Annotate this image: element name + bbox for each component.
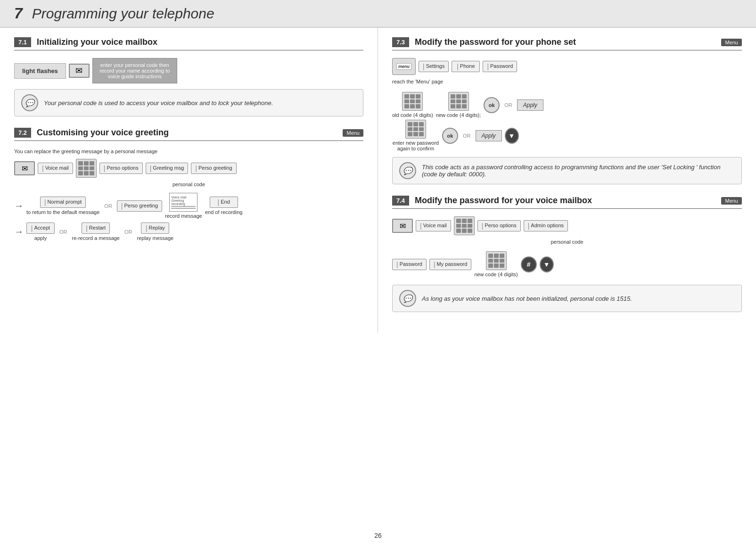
page-header: 7 Programming your telephone [0,0,756,28]
light-flash-text: light flashes [22,67,58,74]
phone-tab-box: Phone [452,61,480,72]
info-text: Your personal code is used to access you… [44,99,273,107]
password-box-74: Password [392,259,427,270]
apply-step-2: Apply [476,130,502,141]
section-73-title: Modify the password for your phone set [415,37,576,47]
replay-box: Replay [141,223,169,234]
s74-row1: ✉ Voice mail [392,216,742,235]
end-box: End [210,197,238,208]
envelope-icon-2: ✉ [14,161,35,175]
keypad-new-code [448,92,469,111]
restart-box: Restart [82,223,110,234]
personal-code-label-1: personal code [14,180,363,188]
section-73-info: 💬 This code acts as a password controlli… [392,157,742,184]
instruction-box: enter your personal code then record you… [92,58,177,83]
section-73-menu-badge: Menu [721,39,742,46]
menu-icon-step: menu [392,58,416,75]
envelope-s74: ✉ [392,219,413,233]
voice-mail-step: Voice mail [38,163,73,174]
perso-greeting-step-2: Perso greeting [117,200,162,212]
chapter-number: 7 [14,5,23,22]
ok-button-1: ok [484,97,500,113]
restart-step: Restart re-record a message [72,223,120,241]
envelope-symbol: ✉ [75,66,82,76]
section-74-header: 7.4 Modify the password for your voice m… [392,196,742,209]
ok-step-1: ok [484,97,500,113]
page-number: 26 [374,532,382,539]
step-row-3: → Accept apply OR Restart re-record a me… [14,223,363,241]
section-71-title: Initializing your voice mailbox [37,37,157,47]
replay-step: Replay replay message [137,223,174,241]
keypad-step [76,159,97,178]
or-sep-73-2: OR [463,133,471,139]
section-72-header: 7.2 Customising your voice greeting Menu [14,128,363,141]
info-icon-73: 💬 [399,162,416,179]
envelope-step: ✉ [14,161,35,175]
perso-greeting-box-2: Perso greeting [117,200,162,212]
settings-tab-box: Settings [419,61,449,72]
ok-button-2: ok [442,128,458,144]
record-screen-step: Voice mail Greeting recording record mes… [165,193,202,219]
apply-step-1: Apply [517,99,543,111]
code-row-2: enter new password again to confirm ok O… [392,120,742,151]
envelope-icon: ✉ [69,64,90,78]
step-row-2: → Normal prompt to return to the default… [14,193,363,219]
new-code-step: new code (4 digits); [436,92,481,118]
section-72-intro: You can replace the greeting message by … [14,148,363,154]
accept-step: Accept apply [26,223,55,241]
keypad-icon [76,159,97,178]
light-flash-box: light flashes [14,63,66,79]
nav-btn-step: ▼ [505,128,519,144]
nav-button-74: ▼ [540,256,554,272]
or-separator-2: OR [59,229,67,235]
info-icon-74: 💬 [399,290,416,307]
phone-tab-step: Phone [452,61,480,72]
section-72-menu-badge: Menu [343,129,363,137]
light-flash-row: light flashes ✉ enter your personal code… [14,58,363,83]
perso-greeting-step: Perso greeting [191,163,236,174]
keypad-old-code [402,92,423,111]
keypad-s74-2: new code (4 digits) [474,251,518,277]
record-screen-icon: Voice mail Greeting recording [169,193,197,212]
normal-prompt-step: Normal prompt to return to the default m… [26,197,99,215]
section-74-title: Modify the password for your voice mailb… [415,196,592,206]
info-text-73: This code acts as a password controlling… [422,164,735,178]
step-row-3-inner: Accept apply OR Restart re-record a mess… [26,223,173,241]
password-s74: Password [392,259,427,270]
admin-options-s74: Admin options [524,220,568,231]
section-74: 7.4 Modify the password for your voice m… [392,196,742,312]
code-row-1: old code (4 digits) new code (4 d [392,92,742,118]
section-72: 7.2 Customising your voice greeting Menu… [14,128,363,241]
password-tab-box: Password [483,61,517,72]
reach-menu-label: reach the 'Menu' page [392,77,742,85]
old-code-step: old code (4 digits) [392,92,433,118]
step-row-1: ✉ Voice mail [14,159,363,178]
password-tab-step: Password [483,61,517,72]
or-sep-73-1: OR [504,102,512,108]
section-73-num: 7.3 [392,37,409,47]
my-password-s74: My password [429,259,471,270]
end-step: End end of recording [205,197,243,215]
keypad-s74 [454,216,475,235]
left-column: 7.1 Initializing your voice mailbox ligh… [0,28,378,333]
section-71-info: 💬 Your personal code is used to access y… [14,89,363,116]
section-74-info: 💬 As long as your voice mailbox has not … [392,285,742,312]
perso-options-step: Perso options [99,163,143,174]
section-71-header: 7.1 Initializing your voice mailbox [14,37,363,50]
section-72-title: Customising your voice greeting [37,128,169,138]
voice-mail-box: Voice mail [38,163,73,174]
menu-tabs-row: menu Settings Phone Password [392,58,742,75]
voice-mail-s74: Voice mail [416,220,451,231]
personal-code-label-74: personal code [392,237,742,246]
voice-mail-box-74: Voice mail [416,220,451,231]
instruction-text: enter your personal code then record you… [99,62,170,79]
normal-prompt-box: Normal prompt [40,197,86,208]
hash-button: # [521,256,537,272]
arrow-icon-2: → [14,226,24,237]
apply-box-2: Apply [476,130,502,141]
arrow-icon-1: → [14,200,24,211]
or-separator-1: OR [104,203,112,209]
apply-box-1: Apply [517,99,543,111]
nav-down-button: ▼ [505,128,519,144]
greeting-msg-step: Greeting msg [146,163,189,174]
